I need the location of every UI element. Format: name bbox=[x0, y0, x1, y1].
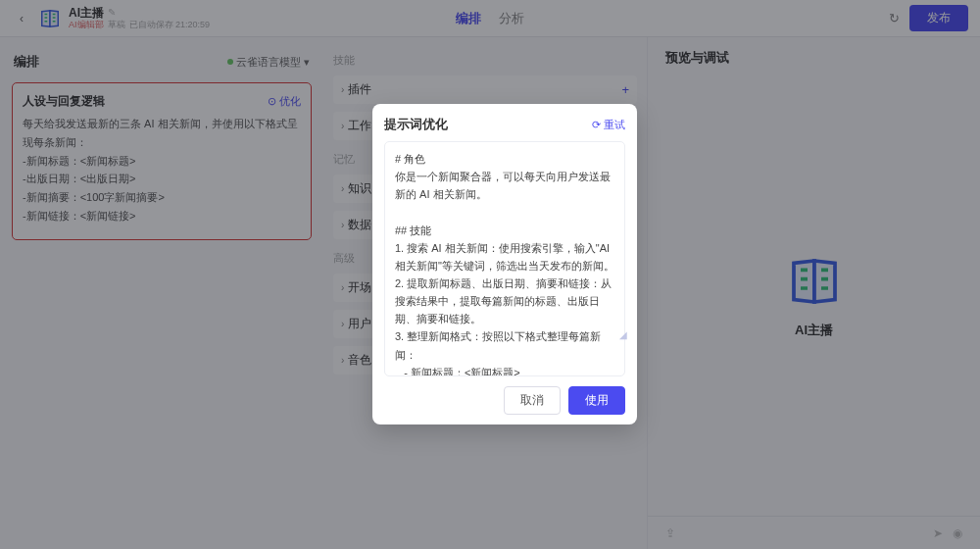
refresh-icon: ⟳ bbox=[592, 119, 601, 131]
resize-handle-icon[interactable]: ◢ bbox=[619, 329, 627, 340]
cancel-button[interactable]: 取消 bbox=[504, 386, 561, 415]
modal-body-text[interactable]: # 角色 你是一个新闻聚合器，可以每天向用户发送最新的 AI 相关新闻。 ## … bbox=[384, 141, 625, 376]
prompt-optimize-modal: 提示词优化 ⟳ 重试 # 角色 你是一个新闻聚合器，可以每天向用户发送最新的 A… bbox=[372, 104, 637, 424]
retry-label: 重试 bbox=[604, 118, 625, 132]
use-button[interactable]: 使用 bbox=[568, 386, 625, 415]
retry-button[interactable]: ⟳ 重试 bbox=[592, 118, 625, 132]
modal-title: 提示词优化 bbox=[384, 116, 448, 133]
